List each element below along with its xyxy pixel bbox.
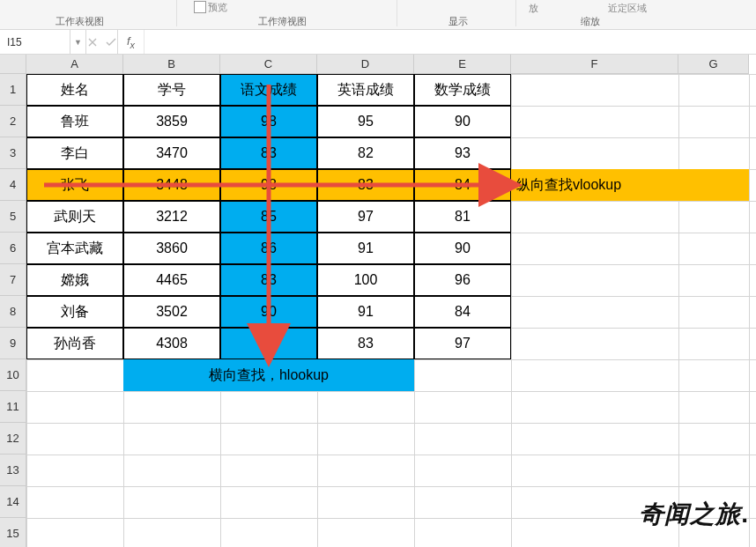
cell[interactable]: 3212 — [123, 201, 220, 233]
cell[interactable]: 91 — [317, 233, 414, 264]
ribbon-group-worksheet-view: 工作表视图 — [18, 0, 141, 30]
row-header[interactable]: 3 — [0, 137, 26, 169]
formula-bar: I15 ▼ fx — [0, 30, 756, 55]
cell[interactable]: 83 — [317, 169, 414, 201]
row-header[interactable]: 9 — [0, 328, 26, 359]
ribbon-group-label: 显示 — [448, 15, 468, 28]
row-header[interactable]: 13 — [0, 455, 26, 486]
cell[interactable]: 81 — [414, 201, 511, 233]
cell[interactable]: 3502 — [123, 296, 220, 328]
name-box-value: I15 — [7, 36, 22, 48]
row-header[interactable]: 12 — [0, 423, 26, 455]
cell[interactable]: 87 — [220, 328, 317, 359]
cell[interactable]: 97 — [414, 328, 511, 359]
row-header[interactable]: 7 — [0, 264, 26, 296]
column-header[interactable]: D — [317, 55, 414, 74]
ribbon-group-label: 工作簿视图 — [258, 15, 307, 28]
row-header[interactable]: 15 — [0, 518, 26, 547]
cell[interactable]: 84 — [414, 296, 511, 328]
formula-input[interactable] — [145, 30, 756, 54]
column-header[interactable]: A — [26, 55, 123, 74]
cell[interactable]: 86 — [220, 233, 317, 264]
cell[interactable]: 李白 — [26, 137, 123, 169]
cell[interactable]: 90 — [414, 106, 511, 137]
select-all-corner[interactable] — [0, 55, 26, 74]
cell[interactable]: 3859 — [123, 106, 220, 137]
row-header[interactable]: 2 — [0, 106, 26, 137]
ribbon-group-workbook-view: 工作簿视图 — [211, 0, 352, 30]
formula-action-buttons — [86, 30, 118, 54]
column-header[interactable]: C — [220, 55, 317, 74]
spreadsheet: A B C D E F G 123456789101112131415 姓名学号… — [0, 55, 756, 547]
column-header[interactable]: G — [678, 55, 749, 74]
ribbon-group-label: 缩放 — [581, 15, 600, 28]
watermark-dot: . — [741, 500, 749, 528]
cell[interactable]: 91 — [317, 296, 414, 328]
column-header[interactable]: E — [414, 55, 511, 74]
cell[interactable]: 3860 — [123, 233, 220, 264]
cell[interactable]: 鲁班 — [26, 106, 123, 137]
ribbon-separator — [176, 0, 177, 26]
cell[interactable]: 84 — [414, 169, 511, 201]
cell[interactable]: 90 — [414, 233, 511, 264]
ribbon: 工作表视图 预览 工作簿视图 显示 放 近定区域 缩放 — [0, 0, 756, 30]
chevron-down-icon: ▼ — [74, 38, 82, 47]
watermark-text: 奇闻之旅 — [639, 500, 741, 528]
cell[interactable]: 横向查找，hlookup — [123, 359, 414, 391]
cell[interactable]: 97 — [317, 201, 414, 233]
fx-button[interactable]: fx — [118, 30, 145, 54]
cell[interactable]: 96 — [414, 264, 511, 296]
cell[interactable]: 90 — [220, 296, 317, 328]
cancel-icon[interactable] — [88, 38, 97, 47]
cell[interactable]: 98 — [220, 169, 317, 201]
row-header[interactable]: 14 — [0, 486, 26, 518]
cell[interactable]: 3448 — [123, 169, 220, 201]
fx-icon: fx — [127, 34, 135, 50]
ribbon-group-label: 工作表视图 — [56, 15, 104, 28]
name-box[interactable]: I15 — [0, 30, 70, 54]
cell[interactable]: 83 — [317, 328, 414, 359]
cell[interactable]: 83 — [220, 137, 317, 169]
cell[interactable]: 95 — [317, 106, 414, 137]
watermark: 奇闻之旅. — [639, 498, 749, 531]
ribbon-group-zoom: 缩放 — [529, 0, 652, 30]
column-header[interactable]: F — [511, 55, 678, 74]
cell[interactable]: 武则天 — [26, 201, 123, 233]
cell[interactable]: 嫦娥 — [26, 264, 123, 296]
cell[interactable]: 数学成绩 — [414, 74, 511, 106]
cell[interactable]: 82 — [317, 137, 414, 169]
cell[interactable]: 83 — [220, 264, 317, 296]
cell[interactable]: 孙尚香 — [26, 328, 123, 359]
column-headers: A B C D E F G — [0, 55, 756, 74]
row-header[interactable]: 8 — [0, 296, 26, 328]
cell[interactable]: 4308 — [123, 328, 220, 359]
cell[interactable]: 张飞 — [26, 169, 123, 201]
cell[interactable]: 3470 — [123, 137, 220, 169]
ribbon-group-display: 显示 — [414, 0, 502, 30]
cell[interactable]: 纵向查找vlookup — [511, 169, 749, 201]
cell[interactable]: 85 — [220, 201, 317, 233]
cell[interactable]: 98 — [220, 106, 317, 137]
ribbon-separator — [397, 0, 397, 26]
row-headers: 123456789101112131415 — [0, 74, 26, 547]
row-header[interactable]: 4 — [0, 169, 26, 201]
cell[interactable]: 语文成绩 — [220, 74, 317, 106]
check-icon[interactable] — [106, 38, 116, 47]
cell[interactable]: 4465 — [123, 264, 220, 296]
cell[interactable]: 刘备 — [26, 296, 123, 328]
cell[interactable]: 英语成绩 — [317, 74, 414, 106]
cell[interactable]: 93 — [414, 137, 511, 169]
row-header[interactable]: 10 — [0, 359, 26, 391]
name-box-dropdown[interactable]: ▼ — [70, 30, 86, 54]
row-header[interactable]: 1 — [0, 74, 26, 106]
cell[interactable]: 宫本武藏 — [26, 233, 123, 264]
cell[interactable]: 姓名 — [26, 74, 123, 106]
cell[interactable]: 100 — [317, 264, 414, 296]
column-header[interactable]: B — [123, 55, 220, 74]
cells-area[interactable]: 姓名学号语文成绩英语成绩数学成绩鲁班3859989590李白3470838293… — [26, 74, 756, 547]
preview-icon — [194, 1, 206, 13]
row-header[interactable]: 11 — [0, 391, 26, 423]
cell[interactable]: 学号 — [123, 74, 220, 106]
row-header[interactable]: 6 — [0, 233, 26, 264]
row-header[interactable]: 5 — [0, 201, 26, 233]
